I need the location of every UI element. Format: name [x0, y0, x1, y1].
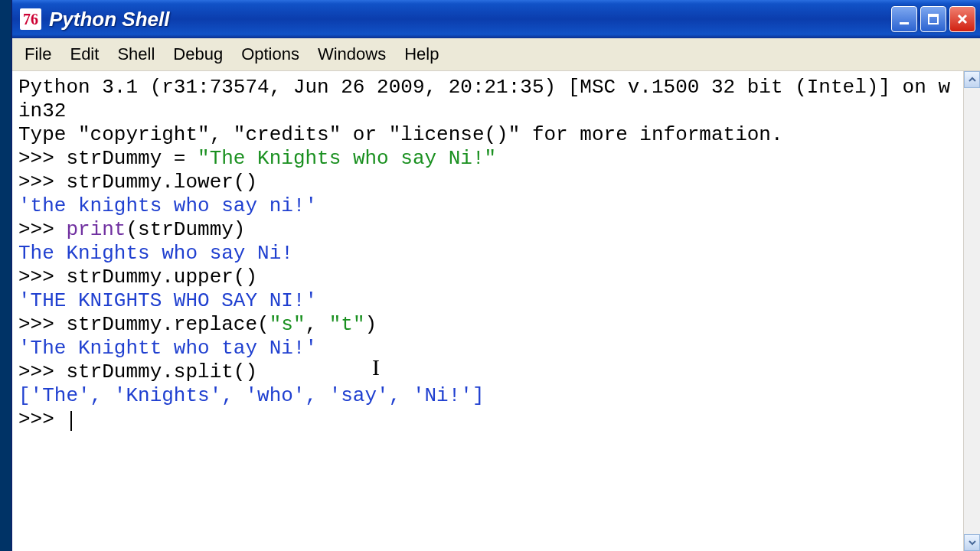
code-input: strDummy =	[66, 147, 198, 170]
prompt: >>>	[18, 218, 66, 241]
code-args: (strDummy)	[126, 218, 245, 241]
code-input: ,	[305, 313, 328, 336]
maximize-icon	[926, 12, 940, 26]
menubar: File Edit Shell Debug Options Windows He…	[12, 38, 980, 71]
menu-shell[interactable]: Shell	[108, 40, 164, 69]
menu-debug[interactable]: Debug	[164, 40, 232, 69]
output-line: ['The', 'Knights', 'who', 'say', 'Ni!']	[18, 384, 485, 407]
minimize-button[interactable]	[891, 6, 917, 32]
svg-rect-0	[900, 22, 909, 24]
code-input: strDummy.split()	[66, 360, 257, 383]
close-button[interactable]	[949, 6, 975, 32]
code-input: )	[365, 313, 377, 336]
scroll-up-button[interactable]	[964, 71, 980, 88]
menu-help[interactable]: Help	[395, 40, 448, 69]
prompt: >>>	[18, 266, 66, 289]
window-title: Python Shell	[49, 8, 891, 31]
chevron-down-icon	[969, 539, 976, 546]
output-line: 'The Knightt who tay Ni!'	[18, 337, 317, 360]
string-literal: "s"	[270, 313, 305, 336]
output-line: 'THE KNIGHTS WHO SAY NI!'	[18, 289, 317, 312]
prompt: >>>	[18, 408, 66, 431]
prompt: >>>	[18, 171, 66, 194]
window-buttons	[891, 6, 975, 32]
scroll-track[interactable]	[964, 88, 980, 534]
close-icon	[956, 12, 969, 26]
banner-line2: Type "copyright", "credits" or "license(…	[18, 123, 783, 146]
app-icon-text: 76	[23, 11, 38, 28]
scroll-down-button[interactable]	[964, 534, 980, 551]
menu-windows[interactable]: Windows	[309, 40, 395, 69]
menu-file[interactable]: File	[15, 40, 60, 69]
vertical-scrollbar[interactable]	[963, 71, 980, 551]
string-literal: "The Knights who say Ni!"	[198, 147, 496, 170]
code-input: strDummy.upper()	[66, 266, 257, 289]
app-icon: 76	[20, 8, 41, 30]
svg-rect-2	[929, 15, 938, 17]
banner-line: Python 3.1 (r31:73574, Jun 26 2009, 20:2…	[18, 76, 950, 122]
menu-edit[interactable]: Edit	[60, 40, 108, 69]
text-cursor	[70, 411, 72, 431]
titlebar[interactable]: 76 Python Shell	[12, 0, 980, 38]
python-shell-window: 76 Python Shell File Edit Shell Debug Op…	[11, 0, 980, 551]
builtin-call: print	[66, 218, 126, 241]
prompt: >>>	[18, 313, 66, 336]
maximize-button[interactable]	[920, 6, 946, 32]
string-literal: "t"	[329, 313, 365, 336]
prompt: >>>	[18, 360, 66, 383]
menu-options[interactable]: Options	[232, 40, 309, 69]
chevron-up-icon	[969, 76, 976, 83]
output-line: The Knights who say Ni!	[18, 242, 293, 265]
minimize-icon	[897, 12, 911, 26]
desktop-edge	[0, 0, 11, 551]
prompt: >>>	[18, 147, 66, 170]
content-wrap: Python 3.1 (r31:73574, Jun 26 2009, 20:2…	[12, 71, 980, 551]
output-line: 'the knights who say ni!'	[18, 194, 317, 217]
shell-text-area[interactable]: Python 3.1 (r31:73574, Jun 26 2009, 20:2…	[12, 71, 963, 551]
code-input: strDummy.replace(	[66, 313, 269, 336]
code-input: strDummy.lower()	[66, 171, 257, 194]
